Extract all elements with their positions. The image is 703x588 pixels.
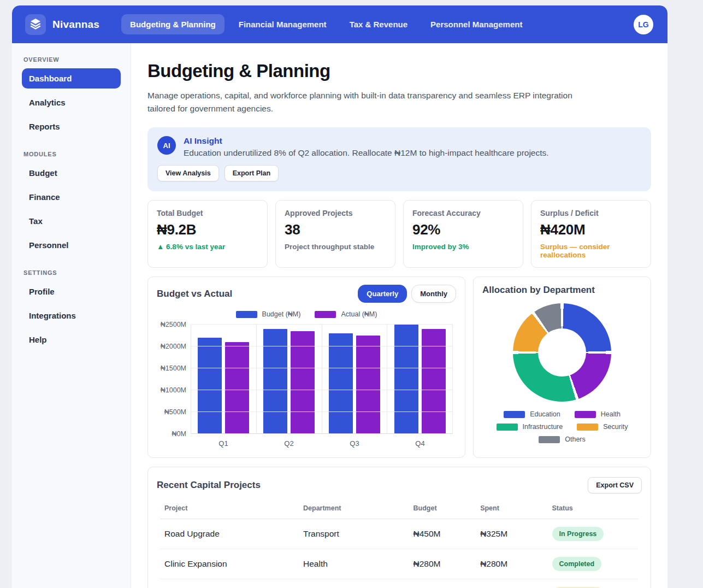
brand-logo[interactable]	[25, 14, 46, 35]
donut-hole	[538, 328, 586, 377]
bar-q4	[422, 329, 446, 434]
legend-item: Actual (₦M)	[315, 310, 377, 318]
legend-item: Infrastructure	[497, 423, 563, 431]
x-tick-label: Q4	[387, 439, 453, 448]
bar-q2	[291, 331, 315, 434]
stat-label: Approved Projects	[285, 209, 386, 217]
bar-group	[191, 325, 257, 434]
gridline	[191, 324, 453, 325]
sidebar-item[interactable]: Integrations	[22, 305, 121, 326]
column-header: Status	[548, 498, 639, 519]
bar-chart-title: Budget vs Actual	[157, 289, 232, 299]
sidebar-item[interactable]: Finance	[22, 187, 121, 207]
table-body: Road Upgrade Transport ₦450M ₦325M In Pr…	[160, 519, 639, 588]
x-tick-label: Q3	[322, 439, 387, 448]
column-header: Spent	[476, 498, 547, 519]
cell-department: Education	[299, 579, 409, 588]
donut-chart	[513, 303, 611, 402]
budget-vs-actual-card: Budget vs Actual QuarterlyMonthly Budget…	[147, 277, 465, 458]
y-tick-label: ₦2000M	[161, 343, 186, 350]
ai-badge-icon: AI	[157, 136, 176, 155]
stat-card: Forecast Accuracy 92% Improved by 3%	[403, 200, 523, 268]
stat-card: Approved Projects 38 Project throughput …	[275, 200, 395, 268]
navbar-item[interactable]: Personnel Management	[422, 14, 531, 34]
sidebar-section-label: MODULES	[23, 151, 121, 157]
legend-item: Education	[504, 410, 560, 418]
legend-swatch	[575, 411, 596, 418]
legend-label: Infrastructure	[523, 423, 563, 431]
gridline	[191, 411, 453, 412]
column-header: Department	[299, 498, 409, 519]
sidebar-section: OVERVIEW DashboardAnalyticsReports	[22, 56, 121, 137]
bar-chart-x-axis: Q1Q2Q3Q4	[191, 439, 453, 448]
page-subtitle: Manage operations, capital, and workforc…	[147, 89, 579, 115]
bar-group	[322, 325, 388, 434]
period-toggle[interactable]: Quarterly	[358, 285, 407, 303]
ai-insight-title: AI Insight	[184, 136, 549, 146]
legend-label: Others	[565, 436, 586, 443]
navbar-item[interactable]: Financial Management	[230, 14, 335, 34]
sidebar-item[interactable]: Tax	[22, 211, 121, 231]
y-tick-label: ₦1000M	[161, 386, 186, 394]
navbar-menu: Budgeting & PlanningFinancial Management…	[121, 14, 531, 34]
sidebar-item[interactable]: Help	[22, 330, 121, 350]
cell-spent: ₦325M	[476, 519, 547, 549]
top-navbar: Nivannas Budgeting & PlanningFinancial M…	[12, 5, 667, 43]
legend-swatch	[577, 424, 598, 431]
legend-label: Budget (₦M)	[262, 310, 301, 318]
app-window: Nivannas Budgeting & PlanningFinancial M…	[12, 5, 667, 588]
y-tick-label: ₦0M	[172, 430, 186, 438]
user-avatar[interactable]: LG	[634, 15, 653, 34]
cell-project: Clinic Expansion	[160, 549, 299, 579]
y-tick-label: ₦1500M	[161, 364, 186, 372]
stat-card: Total Budget ₦9.2B ▲ 6.8% vs last year	[147, 200, 268, 268]
sidebar-item[interactable]: Dashboard	[22, 68, 121, 89]
bar-group	[387, 325, 453, 434]
sidebar-item[interactable]: Profile	[22, 281, 121, 302]
stat-note: Improved by 3%	[412, 243, 514, 251]
legend-item: Security	[577, 423, 628, 431]
legend-label: Actual (₦M)	[341, 310, 377, 318]
navbar-item[interactable]: Tax & Revenue	[341, 14, 416, 34]
stat-label: Forecast Accuracy	[412, 209, 514, 217]
legend-item: Others	[539, 436, 586, 443]
cell-spent: ₦85M	[476, 579, 547, 588]
sidebar-item[interactable]: Budget	[22, 163, 121, 183]
sidebar-item[interactable]: Analytics	[22, 92, 121, 113]
table-row[interactable]: School Refurb Education ₦120M ₦85M In Pr…	[160, 579, 639, 588]
stat-label: Total Budget	[157, 209, 258, 217]
page-title: Budgeting & Planning	[147, 61, 651, 81]
stat-cards-row: Total Budget ₦9.2B ▲ 6.8% vs last year A…	[147, 200, 651, 268]
stat-note: Surplus — consider reallocations	[540, 243, 642, 259]
view-analysis-button[interactable]: View Analysis	[157, 165, 219, 181]
main-content: Budgeting & Planning Manage operations, …	[131, 43, 667, 588]
layers-icon	[29, 17, 42, 32]
donut-legend: Education Health Infrastructure Security…	[482, 410, 642, 443]
bar-groups	[191, 325, 453, 434]
stat-value: ₦9.2B	[157, 221, 258, 238]
bar-q3	[329, 333, 353, 434]
cell-project: Road Upgrade	[160, 519, 299, 549]
cell-status: Completed	[548, 549, 639, 579]
navbar-item[interactable]: Budgeting & Planning	[121, 14, 225, 34]
cell-budget: ₦280M	[409, 549, 476, 579]
table-row[interactable]: Road Upgrade Transport ₦450M ₦325M In Pr…	[160, 519, 639, 549]
sidebar-section-label: OVERVIEW	[23, 56, 121, 63]
sidebar-section-items: ProfileIntegrationsHelp	[22, 281, 121, 350]
legend-swatch	[539, 436, 560, 443]
export-plan-button[interactable]: Export Plan	[225, 165, 279, 181]
column-header: Budget	[409, 498, 476, 519]
cell-status: In Progress	[548, 519, 639, 549]
stat-value: 38	[285, 221, 386, 238]
sidebar-item[interactable]: Personnel	[22, 235, 121, 255]
sidebar-section-label: SETTINGS	[23, 269, 121, 276]
gridline	[191, 346, 453, 346]
period-toggle[interactable]: Monthly	[411, 285, 456, 303]
export-csv-button[interactable]: Export CSV	[588, 477, 642, 493]
legend-swatch	[504, 411, 525, 418]
sidebar-item[interactable]: Reports	[22, 116, 121, 137]
table-header-row: ProjectDepartmentBudgetSpentStatus	[160, 498, 639, 519]
legend-item: Budget (₦M)	[236, 310, 301, 318]
sidebar-section: SETTINGS ProfileIntegrationsHelp	[22, 269, 121, 350]
table-row[interactable]: Clinic Expansion Health ₦280M ₦280M Comp…	[160, 549, 639, 579]
